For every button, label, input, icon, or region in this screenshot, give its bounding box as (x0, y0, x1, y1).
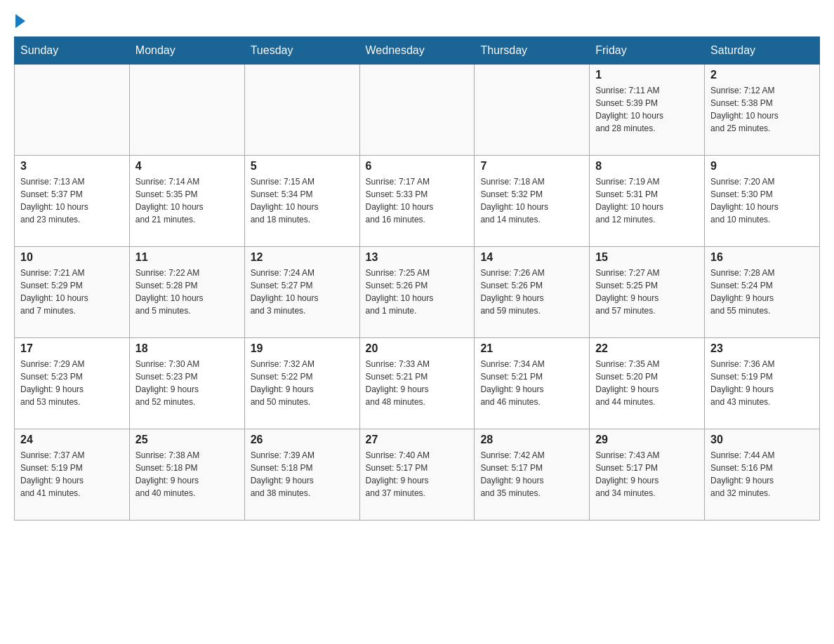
day-number: 22 (595, 342, 699, 355)
day-of-week-header: Saturday (705, 37, 820, 65)
day-info: Sunrise: 7:15 AMSunset: 5:34 PMDaylight:… (251, 175, 354, 226)
calendar-cell: 11Sunrise: 7:22 AMSunset: 5:28 PMDayligh… (129, 247, 244, 338)
calendar-cell: 9Sunrise: 7:20 AMSunset: 5:30 PMDaylight… (705, 156, 820, 247)
day-info: Sunrise: 7:34 AMSunset: 5:21 PMDaylight:… (480, 358, 583, 408)
calendar-week-row: 17Sunrise: 7:29 AMSunset: 5:23 PMDayligh… (15, 338, 820, 429)
day-number: 13 (366, 251, 469, 264)
calendar-cell: 20Sunrise: 7:33 AMSunset: 5:21 PMDayligh… (359, 338, 475, 429)
calendar-cell: 2Sunrise: 7:12 AMSunset: 5:38 PMDaylight… (705, 65, 820, 156)
day-of-week-header: Monday (129, 37, 244, 65)
day-number: 14 (480, 251, 583, 264)
day-number: 20 (366, 342, 469, 355)
calendar-cell: 13Sunrise: 7:25 AMSunset: 5:26 PMDayligh… (359, 247, 475, 338)
calendar-cell: 27Sunrise: 7:40 AMSunset: 5:17 PMDayligh… (359, 429, 475, 521)
calendar-cell: 19Sunrise: 7:32 AMSunset: 5:22 PMDayligh… (244, 338, 359, 429)
day-info: Sunrise: 7:33 AMSunset: 5:21 PMDaylight:… (366, 358, 469, 408)
day-number: 16 (710, 251, 814, 264)
calendar-cell: 15Sunrise: 7:27 AMSunset: 5:25 PMDayligh… (590, 247, 705, 338)
day-info: Sunrise: 7:20 AMSunset: 5:30 PMDaylight:… (710, 175, 814, 226)
calendar-cell: 18Sunrise: 7:30 AMSunset: 5:23 PMDayligh… (129, 338, 244, 429)
page-header (14, 14, 820, 29)
day-info: Sunrise: 7:32 AMSunset: 5:22 PMDaylight:… (251, 358, 354, 408)
day-of-week-header: Tuesday (244, 37, 359, 65)
day-info: Sunrise: 7:42 AMSunset: 5:17 PMDaylight:… (480, 449, 583, 499)
day-info: Sunrise: 7:40 AMSunset: 5:17 PMDaylight:… (366, 449, 469, 499)
day-number: 17 (20, 342, 124, 355)
calendar-cell: 21Sunrise: 7:34 AMSunset: 5:21 PMDayligh… (475, 338, 590, 429)
day-number: 4 (135, 160, 239, 173)
day-number: 29 (595, 434, 699, 446)
day-number: 3 (20, 160, 124, 173)
calendar-cell: 30Sunrise: 7:44 AMSunset: 5:16 PMDayligh… (705, 429, 820, 521)
day-number: 21 (480, 342, 583, 355)
day-info: Sunrise: 7:21 AMSunset: 5:29 PMDaylight:… (20, 267, 124, 317)
day-number: 18 (135, 342, 239, 355)
day-info: Sunrise: 7:12 AMSunset: 5:38 PMDaylight:… (710, 84, 814, 135)
calendar-cell: 1Sunrise: 7:11 AMSunset: 5:39 PMDaylight… (590, 65, 705, 156)
day-number: 30 (710, 434, 814, 446)
calendar-cell (15, 65, 130, 156)
day-info: Sunrise: 7:14 AMSunset: 5:35 PMDaylight:… (135, 175, 239, 226)
day-number: 27 (366, 434, 469, 446)
day-number: 1 (595, 69, 699, 81)
calendar-cell: 8Sunrise: 7:19 AMSunset: 5:31 PMDaylight… (590, 156, 705, 247)
day-info: Sunrise: 7:24 AMSunset: 5:27 PMDaylight:… (251, 267, 354, 317)
day-number: 23 (710, 342, 814, 355)
day-number: 12 (251, 251, 354, 264)
day-number: 9 (710, 160, 814, 173)
day-info: Sunrise: 7:44 AMSunset: 5:16 PMDaylight:… (710, 449, 814, 499)
calendar-cell: 23Sunrise: 7:36 AMSunset: 5:19 PMDayligh… (705, 338, 820, 429)
day-info: Sunrise: 7:11 AMSunset: 5:39 PMDaylight:… (595, 84, 699, 135)
day-number: 8 (595, 160, 699, 173)
day-info: Sunrise: 7:17 AMSunset: 5:33 PMDaylight:… (366, 175, 469, 226)
calendar-cell: 28Sunrise: 7:42 AMSunset: 5:17 PMDayligh… (475, 429, 590, 521)
logo-triangle-icon (15, 14, 25, 28)
day-info: Sunrise: 7:13 AMSunset: 5:37 PMDaylight:… (20, 175, 124, 226)
calendar-cell: 3Sunrise: 7:13 AMSunset: 5:37 PMDaylight… (15, 156, 130, 247)
day-info: Sunrise: 7:36 AMSunset: 5:19 PMDaylight:… (710, 358, 814, 408)
day-number: 11 (135, 251, 239, 264)
calendar-week-row: 3Sunrise: 7:13 AMSunset: 5:37 PMDaylight… (15, 156, 820, 247)
day-info: Sunrise: 7:25 AMSunset: 5:26 PMDaylight:… (366, 267, 469, 317)
day-of-week-header: Friday (590, 37, 705, 65)
day-number: 28 (480, 434, 583, 446)
logo (14, 14, 25, 29)
day-number: 10 (20, 251, 124, 264)
calendar-cell: 4Sunrise: 7:14 AMSunset: 5:35 PMDaylight… (129, 156, 244, 247)
calendar-cell: 14Sunrise: 7:26 AMSunset: 5:26 PMDayligh… (475, 247, 590, 338)
calendar-cell: 17Sunrise: 7:29 AMSunset: 5:23 PMDayligh… (15, 338, 130, 429)
day-number: 7 (480, 160, 583, 173)
day-number: 25 (135, 434, 239, 446)
calendar-table: SundayMondayTuesdayWednesdayThursdayFrid… (14, 36, 820, 521)
calendar-cell: 26Sunrise: 7:39 AMSunset: 5:18 PMDayligh… (244, 429, 359, 521)
calendar-week-row: 1Sunrise: 7:11 AMSunset: 5:39 PMDaylight… (15, 65, 820, 156)
day-info: Sunrise: 7:27 AMSunset: 5:25 PMDaylight:… (595, 267, 699, 317)
calendar-cell: 29Sunrise: 7:43 AMSunset: 5:17 PMDayligh… (590, 429, 705, 521)
day-info: Sunrise: 7:19 AMSunset: 5:31 PMDaylight:… (595, 175, 699, 226)
calendar-cell: 5Sunrise: 7:15 AMSunset: 5:34 PMDaylight… (244, 156, 359, 247)
day-info: Sunrise: 7:37 AMSunset: 5:19 PMDaylight:… (20, 449, 124, 499)
day-number: 19 (251, 342, 354, 355)
calendar-cell (475, 65, 590, 156)
day-info: Sunrise: 7:39 AMSunset: 5:18 PMDaylight:… (251, 449, 354, 499)
calendar-cell: 25Sunrise: 7:38 AMSunset: 5:18 PMDayligh… (129, 429, 244, 521)
day-of-week-header: Sunday (15, 37, 130, 65)
calendar-cell: 7Sunrise: 7:18 AMSunset: 5:32 PMDaylight… (475, 156, 590, 247)
day-info: Sunrise: 7:43 AMSunset: 5:17 PMDaylight:… (595, 449, 699, 499)
day-number: 24 (20, 434, 124, 446)
calendar-week-row: 24Sunrise: 7:37 AMSunset: 5:19 PMDayligh… (15, 429, 820, 521)
day-number: 26 (251, 434, 354, 446)
day-info: Sunrise: 7:26 AMSunset: 5:26 PMDaylight:… (480, 267, 583, 317)
day-of-week-header: Thursday (475, 37, 590, 65)
day-info: Sunrise: 7:18 AMSunset: 5:32 PMDaylight:… (480, 175, 583, 226)
calendar-cell: 6Sunrise: 7:17 AMSunset: 5:33 PMDaylight… (359, 156, 475, 247)
calendar-header-row: SundayMondayTuesdayWednesdayThursdayFrid… (15, 37, 820, 65)
day-info: Sunrise: 7:22 AMSunset: 5:28 PMDaylight:… (135, 267, 239, 317)
calendar-cell (244, 65, 359, 156)
calendar-cell: 16Sunrise: 7:28 AMSunset: 5:24 PMDayligh… (705, 247, 820, 338)
day-number: 6 (366, 160, 469, 173)
day-number: 15 (595, 251, 699, 264)
day-info: Sunrise: 7:35 AMSunset: 5:20 PMDaylight:… (595, 358, 699, 408)
day-number: 2 (710, 69, 814, 81)
calendar-cell: 22Sunrise: 7:35 AMSunset: 5:20 PMDayligh… (590, 338, 705, 429)
